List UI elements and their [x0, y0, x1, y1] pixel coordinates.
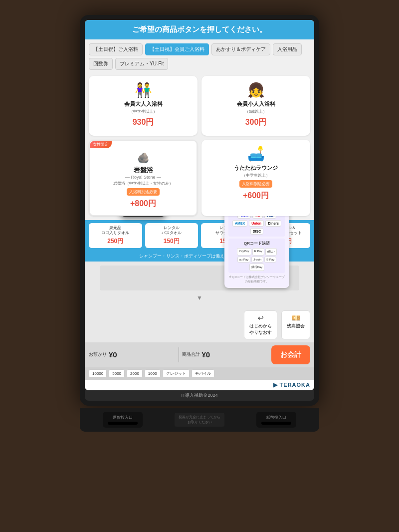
coin-slot: 硬貨投入口 [103, 412, 143, 428]
rakutenpay-icon: R Pay [252, 248, 264, 256]
subtotal-section: 商品合計 ¥0 [182, 350, 269, 359]
rock-bath-icon: 🪨 [137, 152, 150, 164]
bankpay-icon: 銀行Pay [249, 264, 264, 271]
restart-icon: ↩ [258, 314, 264, 322]
screen-footer: ▶ TERAOKA [85, 380, 314, 390]
deposit-section: お預かり ¥0 [89, 350, 176, 359]
hardware-note: 発券が完全に止まってからお取りください [175, 413, 224, 427]
rock-bath-name: 岩盤浴 [134, 166, 153, 175]
unionpay-icon: Union [249, 220, 264, 227]
coin-slot-opening [108, 422, 138, 425]
paypay-icon: PayPay [237, 248, 251, 256]
deposit-value: ¥0 [109, 350, 117, 359]
restart-label: はじめからやりなおす [249, 323, 272, 336]
amenity-logo-towel-name: 泉元品ロゴ入りタオル [93, 226, 138, 236]
relaxation-addon-badge: 入浴料別途必要 [239, 180, 272, 188]
member-child-name: 会員小人入浴料 [237, 100, 275, 108]
payment-2000[interactable]: 2000 [127, 369, 143, 378]
product-member-adult[interactable]: 👫 会員大人入浴料 （中学生以上） 930円 [89, 76, 198, 136]
payment-credit[interactable]: クレジット [163, 369, 190, 378]
kiosk-frame: ご希望の商品ボタンを押してください。 【土日祝】ご入浴料 【土日祝】会員ご入浴料… [80, 15, 319, 406]
amenity-bath-towel-price: 150円 [149, 237, 195, 246]
coin-slot-label: 硬貨投入口 [108, 415, 138, 420]
subtotal-value: ¥0 [202, 350, 210, 359]
rock-bath-sub: 岩盤浴（中学生以上・女性のみ） [113, 181, 173, 186]
qr-section-title: QRコード決済 [230, 241, 283, 246]
discover-icon: DISC [250, 228, 264, 235]
payment-5000[interactable]: 5000 [109, 369, 125, 378]
dpay-icon: d払い [265, 248, 277, 256]
tab-coupon[interactable]: 回数券 [89, 58, 113, 70]
member-adult-name: 会員大人入浴料 [124, 100, 163, 108]
balance-icon: 💴 [292, 314, 300, 322]
tab-scrub[interactable]: あかすり＆ボディケア [211, 43, 270, 55]
qr-logos: PayPay R Pay d払い au Pay J-coin B Pay 銀行P… [230, 248, 283, 271]
brand-logo: ▶ TERAOKA [273, 382, 310, 388]
header-bar: ご希望の商品ボタンを押してください。 [85, 20, 314, 39]
relaxation-price: +600円 [243, 191, 269, 201]
jcoin-icon: J-coin [251, 257, 263, 263]
member-adult-sub: （中学生以上） [129, 109, 157, 114]
relaxation-name: うたたねラウンジ [234, 164, 278, 172]
member-child-sub: （3歳以上） [245, 109, 267, 114]
tab-supplies[interactable]: 入浴用品 [273, 43, 302, 55]
product-rock-bath[interactable]: 女性限定 🪨 岩盤浴 — Royal Stone — 岩盤浴（中学生以上・女性の… [89, 140, 198, 216]
header-title: ご希望の商品ボタンを押してください。 [132, 25, 267, 33]
payment-1000[interactable]: 1000 [145, 369, 161, 378]
restart-button[interactable]: ↩ はじめからやりなおす [244, 310, 277, 339]
amenity-bath-towel-name: レンタルバスタオル [149, 226, 195, 236]
payment-10000[interactable]: 10000 [89, 369, 107, 378]
member-adult-price: 930円 [133, 117, 154, 128]
balance-button[interactable]: 💴 残高照会 [281, 310, 310, 339]
qr-section: QRコード決済 PayPay R Pay d払い au Pay J-coin B… [228, 239, 285, 273]
tab-holiday-member[interactable]: 【土日祝】会員ご入浴料 [145, 43, 209, 55]
amex-icon: AMEX [232, 220, 247, 227]
product-member-child[interactable]: 👧 会員小人入浴料 （3歳以上） 300円 [201, 76, 310, 136]
relaxation-icon: 🛋️ [247, 146, 265, 162]
qr-notice: ※ QRコードは株式会社デンソーウェーブの登録商標です。 [228, 275, 285, 284]
balance-label: 残高照会 [287, 323, 305, 329]
amenity-logo-towel[interactable]: 泉元品ロゴ入りタオル 250円 [89, 223, 142, 248]
tab-premium[interactable]: プレミアム・YU-Fit [115, 58, 168, 70]
diners-icon: Diners [265, 220, 281, 227]
amenity-bath-towel[interactable]: レンタルバスタオル 150円 [145, 223, 199, 248]
member-child-icon: 👧 [247, 82, 265, 98]
bpay-icon: B Pay [264, 257, 276, 263]
member-child-price: 300円 [245, 117, 267, 128]
payment-row: 10000 5000 2000 1000 クレジット モバイル [85, 367, 314, 380]
special-badge: 女性限定 [90, 141, 112, 148]
checkout-button[interactable]: お会計 [271, 345, 310, 364]
scroll-indicator: ▼ [195, 292, 204, 303]
it-notice: IT導入補助金2024 [85, 390, 314, 401]
product-grid: 👫 会員大人入浴料 （中学生以上） 930円 👧 会員小人入浴料 （3歳以上） … [85, 72, 314, 220]
rock-bath-addon-badge: 入浴料別途必要 [127, 188, 160, 196]
action-row: ↩ はじめからやりなおす 💴 残高照会 [85, 307, 314, 342]
bill-slot: 紙幣投入口 [256, 412, 296, 428]
rock-bath-price: +800円 [130, 199, 156, 209]
relaxation-sub: （中学生以上） [242, 173, 270, 178]
bottom-bar: お預かり ¥0 商品合計 ¥0 お会計 [85, 342, 314, 367]
tab-row: 【土日祝】ご入浴料 【土日祝】会員ご入浴料 あかすり＆ボディケア 入浴用品 回数… [85, 39, 314, 72]
divider [179, 347, 179, 362]
screen: ご希望の商品ボタンを押してください。 【土日祝】ご入浴料 【土日祝】会員ご入浴料… [85, 20, 314, 390]
aupay-icon: au Pay [237, 257, 251, 263]
hardware-bottom: 硬貨投入口 発券が完全に止まってからお取りください 紙幣投入口 [80, 408, 319, 432]
bill-slot-label: 紙幣投入口 [261, 415, 291, 420]
member-adult-icon: 👫 [135, 82, 152, 98]
deposit-label: お預かり [89, 351, 107, 358]
royal-stone-sub: — Royal Stone — [125, 175, 161, 180]
amenity-logo-towel-price: 250円 [93, 237, 138, 246]
subtotal-label: 商品合計 [182, 351, 200, 358]
bill-slot-opening [261, 422, 291, 425]
payment-mobile[interactable]: モバイル [192, 369, 214, 378]
product-relaxation[interactable]: 🛋️ うたたねラウンジ （中学生以上） 入浴料別途必要 +600円 [201, 140, 310, 216]
tab-holiday-regular[interactable]: 【土日祝】ご入浴料 [89, 43, 143, 55]
